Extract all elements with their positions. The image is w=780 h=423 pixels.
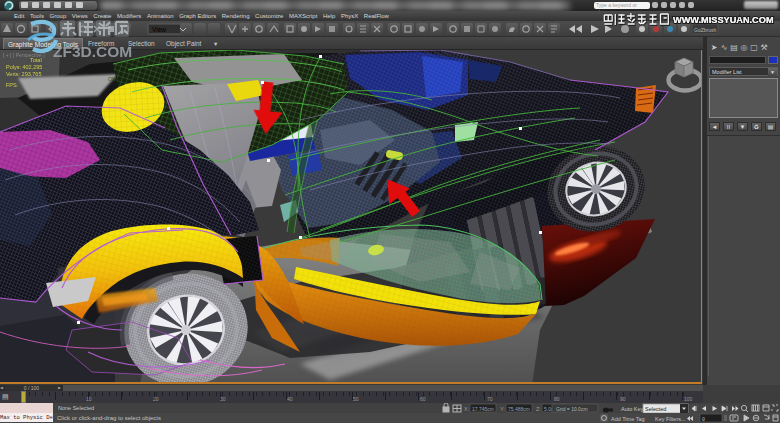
svg-text:0: 0: [702, 417, 705, 423]
svg-text:Polys: 402,295: Polys: 402,295: [6, 64, 42, 70]
svg-text:Grid = 10.0cm: Grid = 10.0cm: [556, 406, 588, 412]
svg-text:Add Time Tag: Add Time Tag: [611, 416, 645, 422]
svg-text:X:: X:: [464, 406, 470, 412]
svg-text:Key Filters...: Key Filters...: [655, 416, 686, 422]
svg-text:75.488cm: 75.488cm: [508, 406, 530, 412]
svg-text:FPS:: FPS:: [6, 82, 19, 88]
svg-text:ZF3D.COM: ZF3D.COM: [53, 43, 132, 60]
svg-text:Y:: Y:: [500, 406, 505, 412]
svg-text:17.745cm: 17.745cm: [472, 406, 494, 412]
svg-text:Auto Key: Auto Key: [621, 406, 644, 412]
svg-text:Verts: 293,765: Verts: 293,765: [6, 71, 41, 77]
svg-text:Selected: Selected: [645, 406, 666, 412]
svg-text:WWW.MISSYUAN.COM: WWW.MISSYUAN.COM: [673, 15, 774, 25]
svg-text:Z:: Z:: [536, 406, 541, 412]
